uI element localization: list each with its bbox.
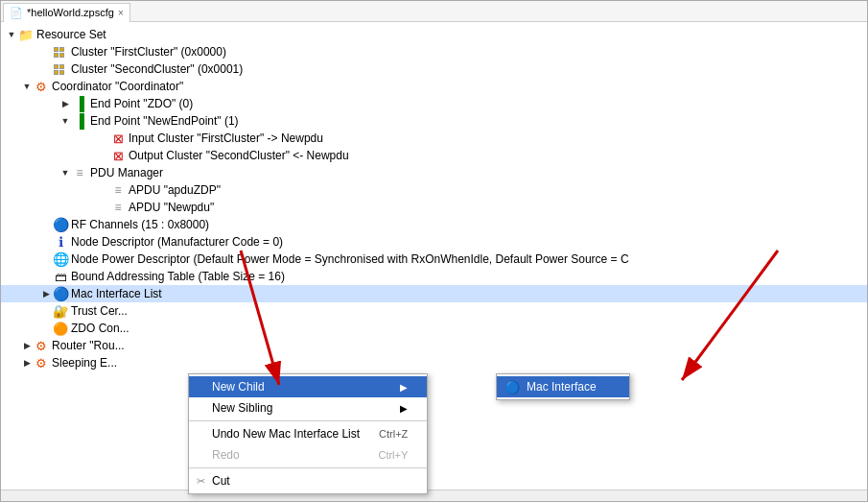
tree-item-node-power[interactable]: ▶ 🌐 Node Power Descriptor (Default Power… — [1, 251, 867, 268]
ep-new-icon: ▐ — [72, 113, 87, 129]
apdu-newpdu-label: APDU "Newpdu" — [129, 201, 214, 214]
main-window: 📄 *helloWorld.zpscfg × ▼ 📁 Resource Set … — [0, 0, 868, 502]
submenu-item-mac-interface[interactable]: 🔵 Mac Interface — [497, 376, 629, 397]
sleeping-icon: ⚙ — [34, 355, 49, 371]
tree-item-router[interactable]: ▶ ⚙ Router "Rou... — [1, 337, 867, 354]
menu-separator-2 — [189, 467, 427, 468]
context-menu: New Child ▶ New Sibling ▶ Undo New Mac I… — [188, 373, 428, 494]
root-label: Resource Set — [36, 28, 106, 41]
menu-item-redo[interactable]: Redo Ctrl+Y — [189, 444, 427, 466]
new-child-submenu-arrow: ▶ — [400, 382, 408, 393]
rf-icon: 🔵 — [53, 217, 68, 232]
tree-item-zdo[interactable]: ▶ 🟠 ZDO Con... — [1, 320, 867, 337]
root-expander[interactable]: ▼ — [5, 28, 18, 41]
tree-item-apdu-newpdu[interactable]: ▶ ≡ APDU "Newpdu" — [1, 199, 867, 216]
zdo-icon: 🟠 — [53, 321, 68, 336]
tree-item-ep-new[interactable]: ▼ ▐ End Point "NewEndPoint" (1) — [1, 112, 867, 130]
router-expander[interactable]: ▶ — [20, 339, 34, 352]
tree-item-rf[interactable]: ▶ 🔵 RF Channels (15 : 0x8000) — [1, 216, 867, 233]
menu-item-new-child[interactable]: New Child ▶ — [189, 376, 427, 397]
cluster2-label: Cluster "SecondCluster" (0x0001) — [71, 62, 243, 76]
pdu-label: PDU Manager — [90, 166, 163, 179]
menu-redo-shortcut: Ctrl+Y — [359, 449, 408, 461]
tree-item-ep-zdo[interactable]: ▶ ▐ End Point "ZDO" (0) — [1, 95, 867, 112]
trust-icon: 🔐 — [53, 303, 68, 319]
pdu-icon: ≡ — [72, 165, 87, 180]
menu-item-undo[interactable]: Undo New Mac Interface List Ctrl+Z — [189, 423, 427, 444]
mac-interface-icon: 🔵 — [504, 379, 520, 394]
tree-root[interactable]: ▼ 📁 Resource Set — [1, 26, 867, 43]
tree-item-cluster2[interactable]: ▶ Cluster "SecondCluster" (0x0001) — [1, 60, 867, 78]
tab-label: *helloWorld.zpscfg — [27, 7, 114, 18]
menu-separator-1 — [189, 420, 427, 421]
router-label: Router "Rou... — [52, 339, 125, 352]
cluster2-icon — [53, 61, 68, 77]
ep-zdo-label: End Point "ZDO" (0) — [90, 97, 193, 110]
tab-close-button[interactable]: × — [118, 8, 124, 18]
mac-list-label: Mac Interface List — [71, 287, 162, 300]
zdo-label: ZDO Con... — [71, 322, 129, 335]
tree-item-bound[interactable]: ▶ 🗃 Bound Addressing Table (Table Size =… — [1, 268, 867, 285]
output-cluster-label: Output Cluster "SecondCluster" <- Newpdu — [129, 149, 349, 162]
file-tab[interactable]: 📄 *helloWorld.zpscfg × — [3, 3, 130, 22]
tree-area[interactable]: ▼ 📁 Resource Set ▶ Cluster "FirstCluster… — [1, 22, 867, 490]
tree-item-output-cluster[interactable]: ▶ ⊠ Output Cluster "SecondCluster" <- Ne… — [1, 147, 867, 164]
cluster1-icon — [53, 44, 68, 60]
node-desc-icon: ℹ — [53, 234, 68, 250]
tree-item-apdu-zdp[interactable]: ▶ ≡ APDU "apduZDP" — [1, 181, 867, 199]
cluster1-label: Cluster "FirstCluster" (0x0000) — [71, 45, 226, 59]
apdu-zdp-icon: ≡ — [110, 182, 126, 198]
mac-list-expander[interactable]: ▶ — [39, 287, 53, 300]
menu-undo-shortcut: Ctrl+Z — [360, 428, 408, 440]
bound-icon: 🗃 — [53, 269, 68, 284]
tab-bar: 📄 *helloWorld.zpscfg × — [1, 1, 867, 22]
ep-new-label: End Point "NewEndPoint" (1) — [90, 114, 239, 128]
coordinator-label: Coordinator "Coordinator" — [52, 80, 183, 93]
menu-undo-label: Undo New Mac Interface List — [212, 427, 360, 441]
menu-redo-label: Redo — [212, 448, 240, 462]
coordinator-expander[interactable]: ▼ — [20, 80, 34, 93]
tree-item-input-cluster[interactable]: ▶ ⊠ Input Cluster "FirstCluster" -> Newp… — [1, 130, 867, 147]
sleeping-expander[interactable]: ▶ — [20, 356, 34, 370]
trust-label: Trust Cer... — [71, 304, 128, 318]
menu-cut-label: Cut — [212, 474, 230, 488]
mac-list-icon: 🔵 — [53, 286, 68, 301]
sleeping-label: Sleeping E... — [52, 356, 117, 370]
tree-item-node-desc[interactable]: ▶ ℹ Node Descriptor (Manufacturer Code =… — [1, 233, 867, 251]
tree-item-pdu[interactable]: ▼ ≡ PDU Manager — [1, 164, 867, 181]
input-cluster-icon: ⊠ — [110, 131, 126, 146]
ep-zdo-expander[interactable]: ▶ — [59, 97, 72, 110]
tree-item-trust[interactable]: ▶ 🔐 Trust Cer... — [1, 302, 867, 320]
resource-set-icon: 📁 — [18, 27, 34, 42]
submenu-new-child: 🔵 Mac Interface — [496, 373, 630, 400]
input-cluster-label: Input Cluster "FirstCluster" -> Newpdu — [129, 131, 323, 145]
bound-label: Bound Addressing Table (Table Size = 16) — [71, 270, 285, 283]
menu-item-cut[interactable]: ✂ Cut — [189, 470, 427, 491]
ep-zdo-icon: ▐ — [72, 96, 87, 111]
tree-item-mac-list[interactable]: ▶ 🔵 Mac Interface List — [1, 285, 867, 302]
menu-item-new-sibling[interactable]: New Sibling ▶ — [189, 397, 427, 418]
mac-interface-label: Mac Interface — [527, 380, 597, 394]
file-icon: 📄 — [10, 7, 23, 19]
output-cluster-icon: ⊠ — [110, 148, 126, 163]
apdu-newpdu-icon: ≡ — [110, 200, 126, 215]
tree-item-sleeping[interactable]: ▶ ⚙ Sleeping E... — [1, 354, 867, 371]
node-desc-label: Node Descriptor (Manufacturer Code = 0) — [71, 235, 283, 249]
coordinator-icon: ⚙ — [34, 79, 49, 94]
tree-item-cluster1[interactable]: ▶ Cluster "FirstCluster" (0x0000) — [1, 43, 867, 60]
tree-item-coordinator[interactable]: ▼ ⚙ Coordinator "Coordinator" — [1, 78, 867, 95]
router-icon: ⚙ — [34, 338, 49, 353]
horizontal-scrollbar[interactable] — [1, 490, 867, 501]
apdu-zdp-label: APDU "apduZDP" — [129, 183, 221, 197]
node-power-icon: 🌐 — [53, 251, 68, 267]
rf-label: RF Channels (15 : 0x8000) — [71, 218, 209, 231]
new-sibling-submenu-arrow: ▶ — [400, 403, 408, 414]
node-power-label: Node Power Descriptor (Default Power Mod… — [71, 252, 629, 266]
cut-icon: ✂ — [193, 473, 208, 489]
menu-new-sibling-label: New Sibling — [212, 401, 272, 415]
ep-new-expander[interactable]: ▼ — [59, 114, 72, 128]
pdu-expander[interactable]: ▼ — [59, 166, 72, 179]
menu-new-child-label: New Child — [212, 380, 265, 394]
